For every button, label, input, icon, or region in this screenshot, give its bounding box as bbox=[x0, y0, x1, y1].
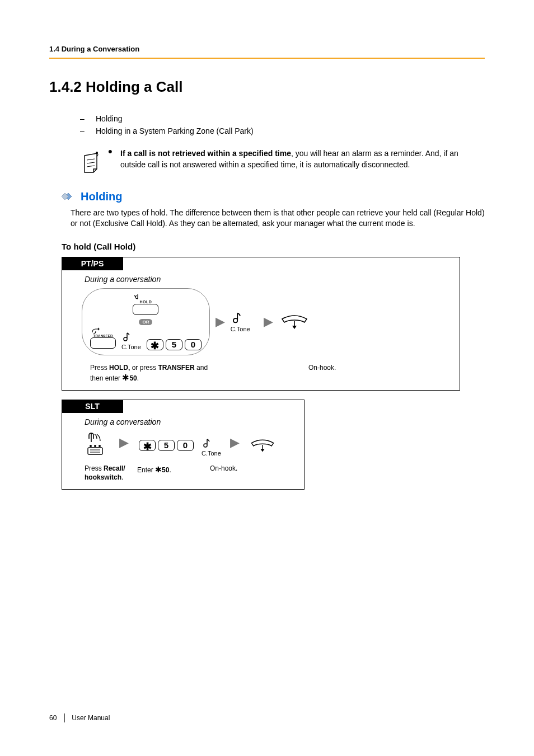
ctone-icon: C.Tone bbox=[202, 438, 221, 457]
slt-during: During a conversation bbox=[85, 417, 304, 426]
transfer-button-diagram: TRANSFER bbox=[90, 327, 116, 350]
hold-button-diagram: HOLD bbox=[133, 293, 158, 317]
arrow-icon: ▶ bbox=[216, 314, 225, 329]
ptps-flow-box: PT/PS During a conversation HOLD OR TRAN… bbox=[62, 257, 460, 391]
header-rule bbox=[49, 58, 485, 59]
ptps-choice-group: HOLD OR TRANSFER C.Tone ✱ bbox=[82, 288, 210, 355]
svg-point-8 bbox=[94, 445, 96, 447]
arrow-icon: ▶ bbox=[119, 435, 129, 450]
list-item: Holding in a System Parking Zone (Call P… bbox=[96, 126, 254, 135]
svg-point-7 bbox=[90, 445, 92, 447]
note-text: If a call is not retrieved within a spec… bbox=[120, 148, 484, 171]
ptps-during: During a conversation bbox=[85, 275, 460, 284]
slt-instr-1: Press Recall/ hookswitch. bbox=[85, 464, 137, 482]
slt-flow-box: SLT During a conversation ▶ ✱ 5 0 bbox=[62, 400, 305, 489]
diamond-icon bbox=[62, 191, 75, 201]
svg-line-0 bbox=[87, 159, 95, 160]
note-icon bbox=[80, 148, 108, 175]
page-title: 1.4.2 Holding a Call bbox=[49, 78, 485, 96]
onhook-icon bbox=[249, 438, 277, 453]
ctone-icon: C.Tone bbox=[121, 331, 141, 350]
svg-point-9 bbox=[99, 445, 101, 447]
page-number: 60 bbox=[49, 714, 57, 722]
slt-tab: SLT bbox=[62, 400, 123, 413]
recall-hookswitch-icon bbox=[85, 431, 109, 457]
ptps-instruction-1: Press HOLD, or press TRANSFER and then e… bbox=[90, 363, 213, 383]
footer-manual: User Manual bbox=[72, 714, 110, 722]
ptps-tab: PT/PS bbox=[62, 257, 123, 270]
svg-rect-4 bbox=[88, 448, 102, 454]
list-item: Holding bbox=[96, 114, 122, 123]
key-sequence: ✱ 5 0 bbox=[147, 339, 202, 350]
or-pill: OR bbox=[139, 319, 152, 325]
ctone-icon: C.Tone bbox=[231, 311, 250, 332]
header-section: 1.4 During a Conversation bbox=[49, 45, 485, 53]
arrow-icon: ▶ bbox=[264, 314, 273, 329]
ptps-instruction-onhook: On-hook. bbox=[308, 363, 336, 383]
to-hold-label: To hold (Call Hold) bbox=[62, 242, 485, 251]
slt-instr-onhook: On-hook. bbox=[210, 464, 237, 482]
footer: 60 User Manual bbox=[49, 713, 110, 722]
note-block: • If a call is not retrieved within a sp… bbox=[80, 148, 485, 175]
onhook-icon bbox=[279, 313, 310, 330]
key-sequence: ✱ 5 0 bbox=[139, 440, 194, 451]
topic-list: –Holding –Holding in a System Parking Zo… bbox=[80, 112, 485, 138]
svg-line-2 bbox=[87, 166, 95, 167]
svg-line-1 bbox=[87, 162, 95, 163]
slt-instr-2: Enter ✱50. bbox=[137, 464, 210, 482]
arrow-icon: ▶ bbox=[230, 435, 240, 450]
holding-description: There are two types of hold. The differe… bbox=[71, 208, 485, 229]
section-holding-title: Holding bbox=[81, 190, 122, 203]
